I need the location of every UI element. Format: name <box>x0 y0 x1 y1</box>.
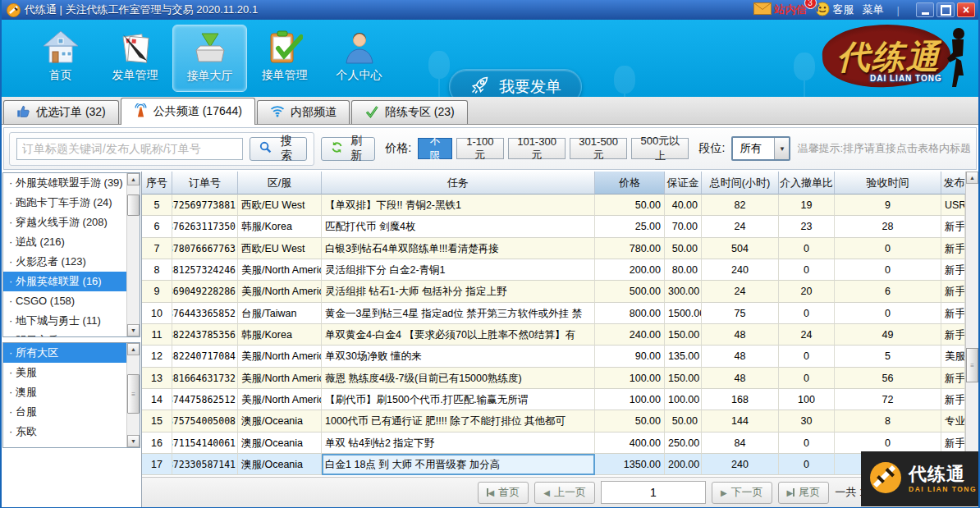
sidebar-region-item[interactable]: · 澳服 <box>3 382 126 402</box>
sidebar-game-item[interactable]: · CSGO (158) <box>3 291 126 311</box>
game-list-scrollbar[interactable]: ▲ ▼ <box>126 173 140 336</box>
table-cell-deposit: 50.00 <box>665 238 702 259</box>
table-row[interactable]: 173160872330587141澳服/Oceania白金1 18点 到 大师… <box>142 454 965 475</box>
next-page-button[interactable]: ▶下一页 <box>712 482 772 504</box>
nav-item-user-center[interactable]: 个人中心 <box>322 25 396 92</box>
search-button[interactable]: 搜索 <box>250 137 307 161</box>
table-cell-task: 白金1 18点 到 大师 不用晋级赛 加分高 <box>322 454 595 475</box>
table-row[interactable]: 93160869049228286美服/North America灵活组排 钻石… <box>142 281 965 302</box>
rank-dropdown[interactable]: 所有 ▼ <box>731 136 790 161</box>
table-scrollbar[interactable]: ▲ ≡ ▼ <box>965 172 978 477</box>
table-cell-order: 3160872569773881 <box>172 195 238 216</box>
table-cell-deposit: 40.00 <box>665 195 702 216</box>
table-row[interactable]: 143160874475862512美服/North America【刷代币】刷… <box>142 389 965 410</box>
price-filter-button[interactable]: 1-100元 <box>456 138 504 159</box>
sidebar-region-item[interactable]: · 台服 <box>3 402 126 422</box>
sidebar-game-item[interactable]: · 逆战 (216) <box>3 232 126 252</box>
lantern-decoration <box>614 66 635 94</box>
table-cell-price: 200.00 <box>595 259 665 281</box>
table-row[interactable]: 103160876443365852台服/Taiwan黄金一3星到钻三4星 指定… <box>142 303 965 324</box>
scrollbar-thumb[interactable]: ≡ <box>127 374 140 414</box>
table-header-cell[interactable]: 价格 <box>595 172 665 195</box>
table-header-cell[interactable]: 序号 <box>142 172 172 195</box>
table-cell-order: 3160872330587141 <box>172 454 238 475</box>
price-filter-button[interactable]: 500元以上 <box>631 138 689 159</box>
tab-0[interactable]: 优选订单 (32) <box>3 100 119 124</box>
table-row[interactable]: 133160881664631732美服/North America薇恩 熟练度… <box>142 368 965 389</box>
scroll-up-icon[interactable]: ▲ <box>127 173 140 185</box>
table-cell-deposit: 150.00 <box>665 368 702 389</box>
table-cell-region: 美服/North America <box>238 389 322 410</box>
first-page-button[interactable]: ◀首页 <box>478 482 529 504</box>
scroll-down-icon[interactable]: ▼ <box>127 435 140 447</box>
table-row[interactable]: 113160882243785356韩服/Korea单双黄金4-白金4 【要求必… <box>142 324 965 346</box>
price-filter-button[interactable]: 不限 <box>418 138 451 159</box>
table-cell-region: 澳服/Oceania <box>238 432 322 454</box>
minimize-button[interactable] <box>916 2 934 17</box>
table-cell-publisher: USR20 <box>941 195 965 216</box>
sidebar-game-item[interactable]: · 外服英雄联盟 (16) <box>3 272 126 291</box>
page-number-input[interactable] <box>601 481 706 504</box>
tab-1[interactable]: 公共频道 (17644) <box>121 98 255 125</box>
table-header-cell[interactable]: 区/服 <box>238 172 322 195</box>
table-header-cell[interactable]: 保证金 <box>665 172 702 195</box>
table-cell-order: 3160875754005008 <box>172 410 238 432</box>
table-header-cell[interactable]: 介入撤单比 <box>779 172 835 195</box>
table-row[interactable]: 53160872569773881西欧/EU West【单双排】下段!! 青铜2… <box>142 195 965 216</box>
watermark-logo: 代练通 DAI LIAN TONG <box>861 451 978 506</box>
refresh-button[interactable]: 刷新 <box>321 137 375 161</box>
table-cell-deposit: 80.00 <box>665 259 702 281</box>
last-page-button[interactable]: ▶尾页 <box>778 482 830 504</box>
scroll-down-icon[interactable]: ▼ <box>127 324 140 336</box>
customer-service-button[interactable]: 客服 <box>815 2 854 19</box>
prev-page-button[interactable]: ◀上一页 <box>534 482 595 504</box>
sidebar-game-item[interactable]: · 地下城与勇士 (11) <box>3 311 126 331</box>
table-header-cell[interactable]: 总时间(小时) <box>702 172 779 195</box>
table-header-cell[interactable]: 订单号 <box>172 172 238 195</box>
nav-item-send-manage[interactable]: 发单管理 <box>98 25 172 92</box>
table-cell-deposit: 135.00 <box>665 346 702 367</box>
close-button[interactable]: × <box>957 2 975 17</box>
table-cell-order: 3160876443365852 <box>172 303 238 324</box>
region-list-scrollbar[interactable]: ▲ ≡ ▼ <box>126 343 140 447</box>
table-cell-price: 1350.00 <box>595 454 665 475</box>
price-filter-button[interactable]: 301-500元 <box>570 138 627 159</box>
table-cell-hours: 24 <box>702 281 779 302</box>
table-cell-accept: 0 <box>835 303 941 324</box>
inbox-button[interactable]: 站内信 3 <box>753 2 807 17</box>
maximize-button[interactable] <box>936 2 955 17</box>
table-cell-seq: 10 <box>142 303 172 324</box>
table-row[interactable]: 153160875754005008澳服/Oceania1000代币 已有通行证… <box>142 410 965 432</box>
table-row[interactable]: 73160878076667763西欧/EU West白银3到钻石4单双陪练单!… <box>142 238 965 259</box>
nav-item-accept-manage[interactable]: 接单管理 <box>247 25 322 92</box>
tab-2[interactable]: 内部频道 <box>257 100 350 124</box>
sidebar-region-item[interactable]: · 美服 <box>3 363 126 382</box>
scroll-up-icon[interactable]: ▲ <box>127 343 140 355</box>
tab-label: 内部频道 <box>291 105 337 120</box>
table-row[interactable]: 163160871154140061澳服/Oceania单双 钻4到钻2 指定下… <box>142 432 965 454</box>
table-cell-publisher: 新手U <box>941 324 965 346</box>
search-input[interactable] <box>16 138 243 160</box>
sidebar-region-item[interactable]: · 东欧 <box>3 422 126 442</box>
nav-item-order-hall[interactable]: 接单大厅 <box>172 25 247 92</box>
table-row[interactable]: 123160882240717084美服/North America单双30场净… <box>142 346 965 367</box>
table-row[interactable]: 83160881257324246美服/North America灵活组排下分 … <box>142 259 965 281</box>
scroll-up-icon[interactable]: ▲ <box>966 172 978 184</box>
scrollbar-thumb[interactable] <box>127 195 140 216</box>
tab-3[interactable]: 陪练专区 (23) <box>351 100 468 124</box>
sidebar-game-item[interactable]: · 跑跑卡丁车手游 (24) <box>3 193 126 213</box>
scrollbar-thumb[interactable]: ≡ <box>966 348 978 382</box>
sidebar-game-item[interactable]: · 外服英雄联盟手游 (39) <box>3 173 126 193</box>
post-order-button[interactable]: 我要发单 <box>449 69 582 97</box>
table-header-cell[interactable]: 验收时间 <box>835 172 941 195</box>
menu-button[interactable]: 菜单 <box>863 2 884 17</box>
sidebar-game-item[interactable]: · 火影忍者 (123) <box>3 252 126 272</box>
table-row[interactable]: 63160876263117350韩服/Korea匹配打代币 剑魔4枚25.00… <box>142 216 965 237</box>
nav-item-home[interactable]: 首页 <box>23 25 98 92</box>
sidebar-region-item[interactable]: · 所有大区 <box>3 343 126 363</box>
sidebar-game-item[interactable]: · 明日之后 <box>3 331 126 337</box>
sidebar-game-item[interactable]: · 穿越火线手游 (208) <box>3 213 126 232</box>
table-cell-ratio: 0 <box>779 259 835 281</box>
price-filter-button[interactable]: 101-300元 <box>508 138 566 159</box>
table-header-cell[interactable]: 任务 <box>322 172 595 195</box>
